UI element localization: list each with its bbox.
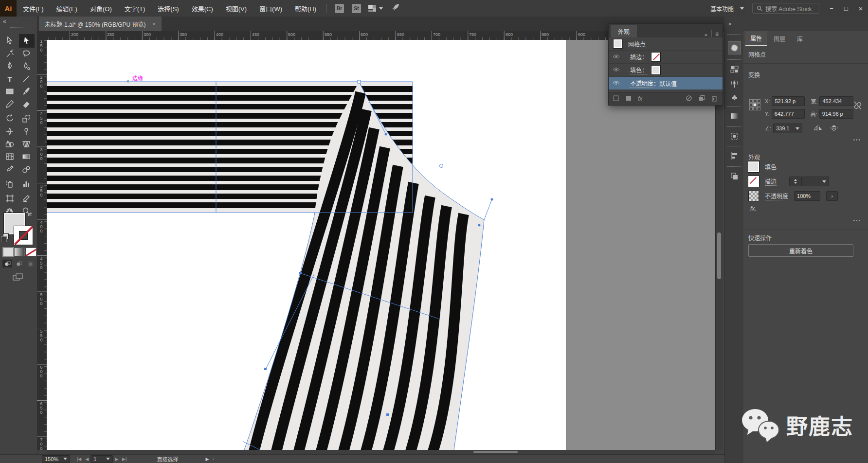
symbol-sprayer-tool[interactable] xyxy=(2,178,17,190)
opacity-row-label[interactable]: 不透明度 xyxy=(630,79,653,88)
dock-grip[interactable] xyxy=(727,34,741,36)
mesh-tool[interactable] xyxy=(2,151,17,162)
pathfinder-dock-icon[interactable] xyxy=(728,170,741,182)
opacity-label[interactable]: 不透明度 xyxy=(765,192,788,200)
menu-view[interactable]: 视图(V) xyxy=(219,0,253,17)
column-graph-tool[interactable] xyxy=(19,178,34,190)
lasso-tool[interactable] xyxy=(19,48,34,59)
document-tab[interactable]: 未标题-1.ai* @ 150% (RGB/GPU 预览) × xyxy=(39,17,162,31)
menu-help[interactable]: 帮助(H) xyxy=(289,0,323,17)
recolor-button[interactable]: 重新着色 xyxy=(748,244,853,257)
maximize-button[interactable]: □ xyxy=(839,2,853,14)
draw-behind-button[interactable] xyxy=(14,260,24,267)
shape-builder-tool[interactable] xyxy=(2,138,17,150)
magic-wand-tool[interactable] xyxy=(2,48,17,59)
eyedropper-tool[interactable] xyxy=(2,163,17,175)
menu-edit[interactable]: 编辑(E) xyxy=(50,0,84,17)
appearance-panel-header[interactable]: 外观 » | ≡ xyxy=(609,24,723,37)
panel-expand-icon[interactable]: » xyxy=(705,32,707,37)
none-mode-button[interactable] xyxy=(26,248,36,256)
ruler-corner[interactable] xyxy=(37,31,47,40)
delete-item-icon[interactable] xyxy=(711,95,718,103)
tools-grip[interactable] xyxy=(10,27,27,30)
appearance-row-stroke[interactable]: 描边： xyxy=(609,51,723,64)
symbols-dock-icon[interactable]: ♣ xyxy=(728,91,741,104)
zoom-level-select[interactable]: 150% xyxy=(42,455,70,463)
rocket-button[interactable] xyxy=(391,2,400,14)
x-input[interactable]: 521.92 p xyxy=(772,96,805,106)
transform-dock-icon[interactable] xyxy=(728,130,741,142)
tab-properties[interactable]: 属性 xyxy=(745,31,767,46)
artboard-number-select[interactable]: 1 xyxy=(90,455,113,463)
close-button[interactable]: × xyxy=(853,2,868,14)
effects-button[interactable]: fx. xyxy=(750,205,757,212)
status-back-icon[interactable]: ‹ xyxy=(211,457,216,462)
prev-page-button[interactable]: ◀ xyxy=(83,457,90,462)
stroke-color-well[interactable] xyxy=(748,176,759,187)
height-input[interactable]: 914.96 p xyxy=(819,109,853,119)
stroke-label[interactable]: 描边 xyxy=(765,177,777,186)
dock-grip[interactable] xyxy=(727,126,741,129)
dock-grip[interactable] xyxy=(727,166,741,169)
tab-libraries[interactable]: 库 xyxy=(792,32,808,46)
vertical-ruler[interactable]: 150 200 250 300 350 400 450 500 550 600 … xyxy=(37,40,47,450)
stroke-row-label[interactable]: 描边： xyxy=(630,53,648,61)
first-page-button[interactable]: |◀ xyxy=(75,457,83,462)
scale-tool[interactable] xyxy=(19,113,34,125)
curvature-tool[interactable] xyxy=(19,60,34,72)
appearance-dock-icon[interactable] xyxy=(728,42,741,54)
align-dock-icon[interactable] xyxy=(728,150,741,162)
dock-collapse-icon[interactable]: « xyxy=(724,20,732,27)
perspective-grid-tool[interactable] xyxy=(19,138,34,150)
stroke-weight-select[interactable] xyxy=(802,177,829,186)
appearance-row-opacity[interactable]: 不透明度 ：默认值 xyxy=(609,77,723,89)
striped-artwork-band[interactable] xyxy=(47,82,413,213)
rectangle-tool[interactable] xyxy=(2,86,17,97)
tab-close-icon[interactable]: × xyxy=(153,21,156,27)
pen-tool[interactable] xyxy=(2,60,17,72)
appearance-row-target[interactable]: 网格点 xyxy=(609,37,723,51)
artboard-tool[interactable] xyxy=(2,193,17,204)
status-play-icon[interactable]: ▶ xyxy=(203,457,211,462)
blend-tool[interactable] xyxy=(19,163,34,175)
tools-collapse-icon[interactable]: « xyxy=(3,18,6,25)
selection-tool[interactable] xyxy=(2,35,17,47)
opacity-well[interactable] xyxy=(748,191,759,201)
color-mode-button[interactable] xyxy=(2,247,14,257)
app-logo[interactable]: Ai xyxy=(0,0,17,17)
panel-menu-icon[interactable]: ≡ xyxy=(715,31,719,37)
last-page-button[interactable]: ▶| xyxy=(120,457,128,462)
flip-vertical-icon[interactable] xyxy=(830,125,838,133)
dock-grip[interactable] xyxy=(727,59,741,62)
type-tool[interactable]: T xyxy=(2,73,17,85)
next-page-button[interactable]: ▶ xyxy=(113,457,120,462)
menu-object[interactable]: 对象(O) xyxy=(84,0,118,17)
stock-search-input[interactable]: 搜索 Adobe Stock xyxy=(752,3,819,14)
dock-grip[interactable] xyxy=(727,146,741,148)
stepper-up-icon[interactable] xyxy=(794,179,797,181)
link-dimensions-icon[interactable] xyxy=(853,100,862,112)
slice-tool[interactable] xyxy=(19,193,34,204)
gradient-tool[interactable] xyxy=(19,151,34,162)
workspace-switcher[interactable]: 基本功能 xyxy=(704,0,740,17)
appearance-row-fill[interactable]: 填色： xyxy=(609,64,723,77)
horizontal-scrollbar-thumb[interactable] xyxy=(473,451,518,453)
stroke-weight-control[interactable] xyxy=(789,177,829,186)
flip-horizontal-icon[interactable] xyxy=(813,125,823,133)
fill-row-label[interactable]: 填色： xyxy=(630,66,648,74)
stroke-color-swatch[interactable] xyxy=(14,226,33,245)
add-fill-icon[interactable] xyxy=(625,95,632,103)
shaper-tool[interactable] xyxy=(2,98,17,110)
visibility-eye-icon[interactable] xyxy=(613,80,620,87)
brushes-dock-icon[interactable] xyxy=(728,78,741,90)
eraser-tool[interactable] xyxy=(19,98,34,110)
menu-select[interactable]: 选择(S) xyxy=(151,0,185,17)
puppet-warp-tool[interactable] xyxy=(19,125,34,137)
draw-inside-button[interactable] xyxy=(26,260,36,267)
menu-window[interactable]: 窗口(W) xyxy=(253,0,289,17)
menu-type[interactable]: 文字(T) xyxy=(118,0,152,17)
rotate-tool[interactable] xyxy=(2,113,17,125)
appearance-panel-tab[interactable]: 外观 xyxy=(611,25,637,37)
fill-swatch[interactable] xyxy=(651,66,660,74)
appearance-more-options[interactable]: ••• xyxy=(853,218,861,223)
